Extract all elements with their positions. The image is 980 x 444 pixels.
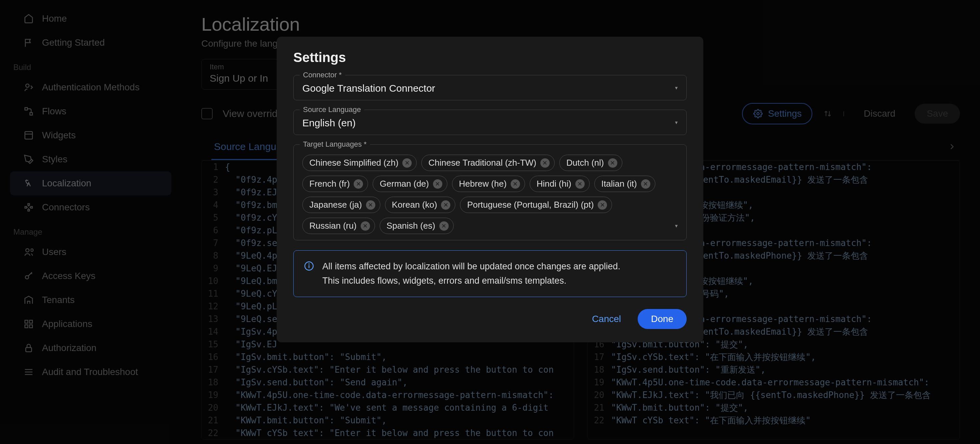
svg-point-18 xyxy=(309,264,309,264)
target-languages-label: Target Languages * xyxy=(300,140,370,149)
target-languages-select[interactable]: Target Languages * Chinese Simplified (z… xyxy=(293,144,687,240)
language-chip: French (fr)✕ xyxy=(302,176,368,192)
source-language-value: English (en) xyxy=(302,117,678,129)
info-icon xyxy=(304,261,314,271)
modal-overlay[interactable]: Settings Connector * Google Translation … xyxy=(0,0,980,444)
language-chip: Chinese Traditional (zh-TW)✕ xyxy=(422,155,555,171)
language-chip: German (de)✕ xyxy=(373,176,447,192)
remove-chip-icon[interactable]: ✕ xyxy=(441,201,450,210)
settings-modal: Settings Connector * Google Translation … xyxy=(277,37,703,342)
connector-value: Google Translation Connector xyxy=(302,83,678,94)
modal-title: Settings xyxy=(293,50,687,65)
remove-chip-icon[interactable]: ✕ xyxy=(361,221,370,231)
language-chip: Spanish (es)✕ xyxy=(380,218,453,234)
cancel-button[interactable]: Cancel xyxy=(585,309,628,329)
remove-chip-icon[interactable]: ✕ xyxy=(540,158,550,168)
language-chip: Dutch (nl)✕ xyxy=(559,155,622,171)
remove-chip-icon[interactable]: ✕ xyxy=(598,201,607,210)
connector-select[interactable]: Connector * Google Translation Connector… xyxy=(293,75,687,100)
connector-label: Connector * xyxy=(300,71,345,80)
language-chip: Portuguese (Portugal, Brazil) (pt)✕ xyxy=(460,197,612,213)
remove-chip-icon[interactable]: ✕ xyxy=(439,221,449,231)
language-chip: Chinese Simplified (zh)✕ xyxy=(302,155,417,171)
source-language-select[interactable]: Source Language English (en) ▾ xyxy=(293,110,687,135)
language-chip: Japanese (ja)✕ xyxy=(302,197,380,213)
chevron-down-icon: ▾ xyxy=(675,223,678,229)
remove-chip-icon[interactable]: ✕ xyxy=(433,179,442,189)
info-banner: All items affected by localization will … xyxy=(293,250,687,297)
language-chip: Italian (it)✕ xyxy=(594,176,655,192)
info-line-2: This includes flows, widgets, errors and… xyxy=(322,274,620,288)
remove-chip-icon[interactable]: ✕ xyxy=(354,179,363,189)
language-chip: Hebrew (he)✕ xyxy=(452,176,525,192)
remove-chip-icon[interactable]: ✕ xyxy=(575,179,585,189)
remove-chip-icon[interactable]: ✕ xyxy=(402,158,412,168)
chevron-down-icon: ▾ xyxy=(675,119,678,126)
remove-chip-icon[interactable]: ✕ xyxy=(366,201,375,210)
language-chip: Hindi (hi)✕ xyxy=(530,176,590,192)
source-language-label: Source Language xyxy=(300,105,364,114)
chevron-down-icon: ▾ xyxy=(675,85,678,91)
language-chip: Russian (ru)✕ xyxy=(302,218,375,234)
remove-chip-icon[interactable]: ✕ xyxy=(641,179,650,189)
remove-chip-icon[interactable]: ✕ xyxy=(511,179,520,189)
language-chip: Korean (ko)✕ xyxy=(385,197,456,213)
remove-chip-icon[interactable]: ✕ xyxy=(608,158,617,168)
info-line-1: All items affected by localization will … xyxy=(322,259,620,274)
done-button[interactable]: Done xyxy=(638,309,687,329)
